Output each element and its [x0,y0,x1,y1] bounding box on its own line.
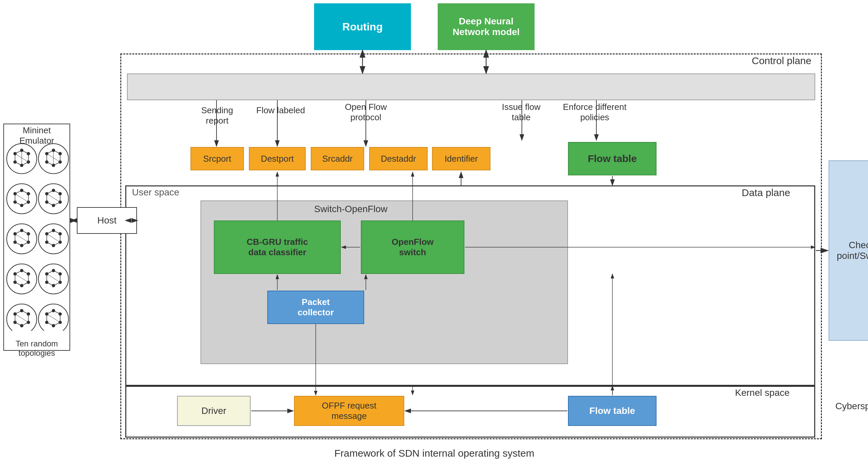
label-sending-report: Sending report [190,105,244,126]
svg-line-97 [22,282,28,286]
svg-point-87 [38,264,68,294]
svg-line-39 [22,190,28,194]
srcport-box: Srcport [190,147,244,170]
ryu-sdn-controller [127,73,815,100]
framework-label: Framework of SDN internal operating syst… [234,447,635,459]
svg-line-82 [54,242,60,246]
svg-line-9 [22,150,28,154]
kernel-space-label: Kernel space [735,387,789,398]
svg-line-141 [47,314,60,322]
dnn-box: Deep Neural Network model [438,3,534,50]
svg-line-41 [22,202,28,206]
checkpoint-box: Check point/Switch [829,160,868,341]
diagram-container: Routing Deep Neural Network model Contro… [0,0,868,466]
dnn-label: Deep Neural Network model [453,16,520,37]
svg-line-26 [47,162,54,165]
svg-line-85 [47,234,60,242]
label-enforce: Enforce different policies [561,102,628,123]
svg-line-100 [15,274,28,282]
svg-line-108 [54,271,60,274]
cyberspace-label: Cyberspace [822,401,868,411]
svg-line-23 [54,150,60,154]
flow-table-upper: Flow table [568,142,656,175]
svg-line-22 [47,150,54,154]
svg-line-126 [15,322,22,326]
svg-line-80 [54,230,60,234]
svg-line-136 [54,311,60,314]
svg-line-11 [22,162,28,165]
user-space-label: User space [132,187,179,198]
destport-box: Destport [249,147,306,170]
svg-line-38 [15,190,22,194]
svg-line-123 [22,311,28,314]
svg-point-86 [7,264,37,294]
svg-line-128 [15,314,28,322]
label-flow-labeled: Flow labeled [254,105,307,116]
switch-openflow-label: Switch-OpenFlow [267,204,434,214]
svg-line-67 [22,230,28,234]
topology-svg [3,140,70,331]
svg-line-57 [47,194,60,202]
packet-collector-box: Packet collector [267,291,364,324]
label-openflow-protocol: Open Flow protocol [334,102,398,123]
driver-box: Driver [177,396,251,426]
svg-line-54 [54,202,60,206]
flow-table-lower: Flow table [568,396,656,426]
svg-line-113 [47,274,60,282]
svg-point-58 [7,224,37,254]
svg-point-31 [38,184,68,214]
svg-line-94 [15,271,22,274]
svg-line-42 [15,202,22,206]
ten-random-label: Ten random topologies [5,339,68,358]
svg-line-110 [54,282,60,286]
svg-line-70 [15,242,22,246]
openflow-switch-box: OpenFlow switch [361,220,464,274]
svg-line-72 [15,234,28,242]
svg-line-83 [47,242,54,246]
cbgru-box: CB-GRU traffic data classifier [214,220,341,274]
svg-line-79 [47,230,54,234]
svg-line-139 [47,322,54,326]
svg-line-125 [22,322,28,326]
svg-line-8 [15,150,22,154]
svg-line-111 [47,282,54,286]
svg-line-95 [22,271,28,274]
svg-line-51 [47,190,54,194]
svg-line-107 [47,271,54,274]
svg-point-59 [38,224,68,254]
routing-box: Routing [314,3,411,50]
svg-line-52 [54,190,60,194]
svg-line-122 [15,311,22,314]
svg-line-12 [15,162,22,165]
control-plane-label: Control plane [752,55,811,66]
ofpf-box: OFPF request message [294,396,404,426]
svg-line-98 [15,282,22,286]
srcaddr-box: Srcaddr [311,147,364,170]
data-plane-label: Data plane [742,187,790,198]
svg-line-55 [47,202,54,206]
svg-line-44 [15,194,28,202]
routing-label: Routing [342,21,383,33]
identifier-box: Identifier [432,147,491,170]
host-box: Host [77,207,137,234]
svg-line-138 [54,322,60,326]
svg-line-66 [15,230,22,234]
label-issue-flow: Issue flow table [494,102,548,123]
svg-line-69 [22,242,28,246]
destaddr-box: Destaddr [369,147,428,170]
svg-point-30 [7,184,37,214]
svg-line-135 [47,311,54,314]
svg-line-25 [54,162,60,165]
